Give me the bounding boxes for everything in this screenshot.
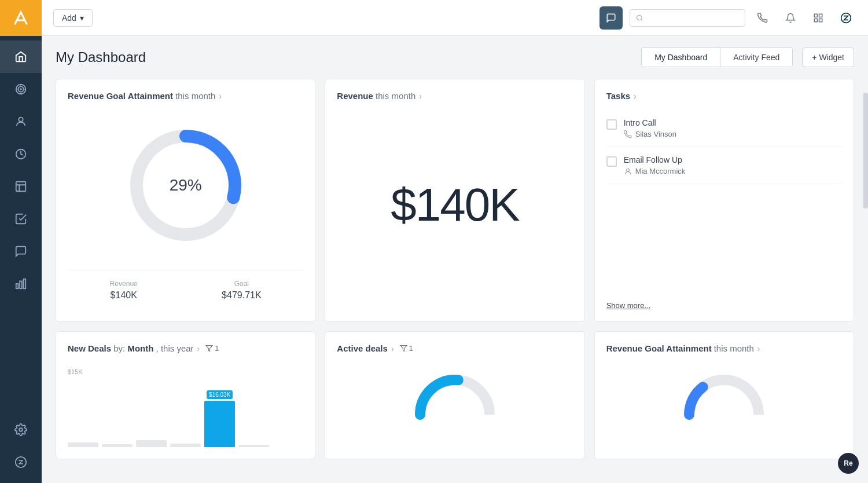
bar-apr	[170, 444, 201, 447]
revenue-title: Revenue	[337, 91, 373, 101]
revenue-card: Revenue this month › $140K	[325, 79, 584, 322]
sidebar-logo[interactable]	[0, 0, 42, 36]
svg-point-10	[637, 15, 642, 20]
re-badge[interactable]: Re	[838, 453, 859, 474]
main-area: Add ▾	[42, 0, 868, 483]
task-person-name-1: Silas Vinson	[635, 130, 676, 138]
bar-y-label: $15K	[68, 368, 303, 375]
active-deals-svg	[414, 374, 495, 420]
revenue-goal-title: Revenue Goal Attainment	[68, 91, 173, 101]
revenue-period: this month	[376, 91, 415, 101]
apps-icon-button[interactable]	[808, 8, 829, 28]
phone-small-icon	[624, 130, 632, 138]
bar-chart-area: $15K	[68, 363, 303, 447]
search-icon	[636, 14, 643, 22]
tasks-card-header: Tasks ›	[606, 91, 842, 101]
new-deals-period: , this year	[156, 343, 194, 353]
donut-container: 29%	[68, 110, 303, 261]
donut-footer: Revenue $140K Goal $479.71K	[68, 270, 303, 301]
sidebar-item-reports[interactable]	[0, 170, 42, 203]
dashboard-header: My Dashboard My Dashboard Activity Feed …	[56, 47, 854, 67]
donut-goal-label: Goal	[222, 280, 262, 288]
bar-jan	[68, 442, 98, 447]
sidebar-item-zendesk[interactable]	[0, 446, 42, 478]
task-content-2: Email Follow Up Mia Mccormick	[624, 155, 842, 175]
revenue-goal-bottom-svg	[683, 374, 764, 420]
new-deals-card: New Deals by: Month , this year › 1	[56, 331, 315, 459]
active-deals-filter-count: 1	[409, 344, 413, 353]
task-item: Intro Call Silas Vinson	[606, 110, 842, 147]
task-checkbox-2[interactable]	[606, 156, 617, 167]
svg-rect-6	[16, 284, 19, 288]
chat-button[interactable]	[599, 6, 623, 30]
add-button[interactable]: Add ▾	[53, 9, 93, 27]
sidebar-item-analytics[interactable]	[0, 268, 42, 300]
new-deals-chevron-icon: ›	[197, 344, 200, 353]
new-deals-header: New Deals by: Month , this year › 1	[68, 343, 303, 353]
tasks-list: Intro Call Silas Vinson	[606, 110, 842, 184]
bar-feb	[102, 444, 133, 447]
svg-rect-7	[20, 281, 22, 288]
tasks-chevron-icon: ›	[634, 92, 637, 101]
search-box[interactable]	[630, 9, 745, 27]
bar-mar	[136, 440, 167, 447]
revenue-goal-bottom-title: Revenue Goal Attainment	[606, 343, 712, 353]
bar-chart: $16.03K	[68, 378, 303, 447]
bottom-cards-grid: New Deals by: Month , this year › 1	[56, 331, 854, 459]
tab-group: My Dashboard Activity Feed	[641, 47, 793, 67]
sidebar-item-target[interactable]	[0, 73, 42, 105]
scroll-track[interactable]	[863, 93, 868, 440]
task-name-1: Intro Call	[624, 118, 842, 127]
active-deals-title: Active deals	[337, 343, 388, 353]
sidebar-item-deals[interactable]	[0, 138, 42, 170]
svg-rect-11	[814, 14, 817, 17]
task-person-2: Mia Mccormick	[624, 167, 842, 175]
revenue-card-header: Revenue this month ›	[337, 91, 572, 101]
new-deals-title: New Deals	[68, 343, 111, 353]
sidebar-item-settings[interactable]	[0, 414, 42, 446]
new-deals-filter[interactable]: 1	[205, 344, 219, 353]
phone-icon-button[interactable]	[752, 8, 773, 28]
svg-marker-18	[206, 346, 212, 352]
active-deals-header: Active deals › 1	[337, 343, 572, 353]
active-deals-gauge	[337, 363, 572, 432]
svg-marker-19	[400, 346, 407, 352]
page-title: My Dashboard	[56, 49, 641, 65]
revenue-goal-bottom-header: Revenue Goal Attainment this month ›	[606, 343, 842, 353]
donut-revenue-value: $140K	[110, 290, 138, 301]
sidebar-bottom	[0, 414, 42, 483]
sidebar-item-messages[interactable]	[0, 235, 42, 268]
tasks-card: Tasks › Intro Call Silas V	[594, 79, 854, 322]
task-checkbox-1[interactable]	[606, 119, 617, 130]
chevron-down-icon: ▾	[80, 13, 84, 23]
scroll-thumb[interactable]	[863, 93, 868, 208]
sidebar-item-tasks[interactable]	[0, 203, 42, 235]
active-deals-filter[interactable]: 1	[400, 344, 413, 353]
tab-my-dashboard[interactable]: My Dashboard	[642, 48, 720, 67]
sidebar-item-contacts[interactable]	[0, 105, 42, 138]
filter-icon	[205, 345, 213, 352]
task-content-1: Intro Call Silas Vinson	[624, 118, 842, 138]
zendesk-icon-button[interactable]	[836, 8, 856, 28]
topbar: Add ▾	[42, 0, 868, 36]
new-deals-label: New Deals by: Month , this year	[68, 343, 194, 353]
tab-activity-feed[interactable]: Activity Feed	[720, 48, 792, 67]
sidebar-item-home[interactable]	[0, 41, 42, 73]
revenue-goal-bottom-chevron-icon: ›	[757, 344, 760, 353]
person-small-icon	[624, 167, 632, 175]
revenue-goal-bottom-card: Revenue Goal Attainment this month ›	[594, 331, 854, 459]
active-deals-chevron-icon: ›	[391, 344, 394, 353]
search-input[interactable]	[647, 13, 739, 23]
bar-jun	[238, 445, 269, 447]
new-deals-by-value: Month	[127, 343, 153, 353]
bar-value-label: $16.03K	[207, 390, 233, 399]
donut-chart: 29%	[122, 122, 249, 249]
bell-icon-button[interactable]	[780, 8, 801, 28]
add-widget-button[interactable]: + Widget	[802, 47, 854, 67]
revenue-goal-card-header: Revenue Goal Attainment this month ›	[68, 91, 303, 101]
task-name-2: Email Follow Up	[624, 155, 842, 164]
chevron-right-icon: ›	[219, 92, 222, 101]
donut-goal-stat: Goal $479.71K	[222, 280, 262, 301]
show-more-link[interactable]: Show more...	[606, 301, 651, 310]
donut-revenue-stat: Revenue $140K	[110, 280, 138, 301]
